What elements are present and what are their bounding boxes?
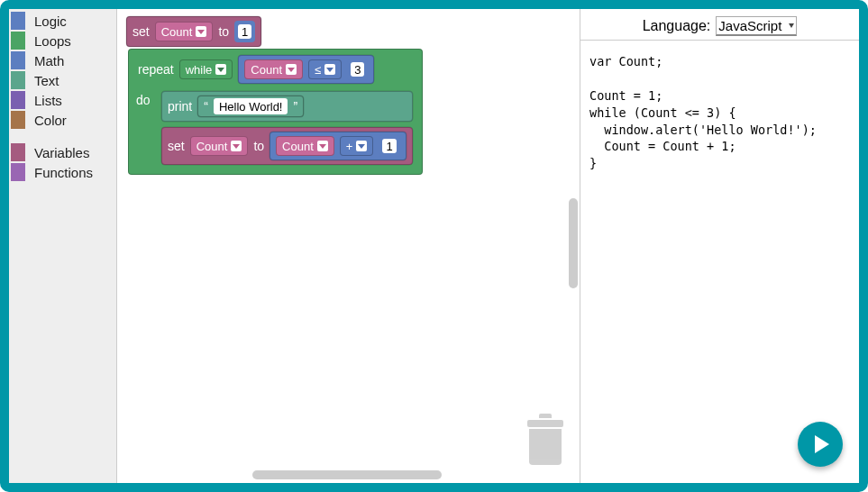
category-label: Math (34, 53, 64, 68)
category-functions[interactable]: Functions (9, 162, 116, 182)
app-frame: Logic Loops Math Text Lists Color Variab… (0, 0, 868, 492)
category-label: Functions (34, 165, 93, 180)
category-stripe (11, 71, 25, 89)
workspace[interactable]: set Count to 1 repeat while (117, 9, 580, 483)
set-label: set (132, 24, 150, 39)
chevron-down-icon (231, 141, 242, 151)
vertical-scrollbar[interactable] (569, 198, 578, 288)
block-set-variable[interactable]: set Count to 1 (126, 16, 261, 47)
category-label: Text (34, 73, 59, 88)
category-logic[interactable]: Logic (9, 11, 116, 31)
quote-right-icon: ” (293, 99, 297, 114)
block-string[interactable]: “ Hello World! ” (197, 96, 304, 117)
category-lists[interactable]: Lists (9, 90, 116, 110)
category-label: Loops (34, 33, 71, 49)
toolbox: Logic Loops Math Text Lists Color Variab… (9, 9, 117, 483)
number-value: 3 (351, 62, 364, 77)
variable-name: Count (251, 63, 282, 77)
category-label: Logic (34, 14, 67, 29)
variable-name: Count (282, 140, 314, 153)
language-selected: JavaScript (718, 18, 781, 33)
category-text[interactable]: Text (9, 70, 116, 90)
category-label: Color (34, 113, 67, 128)
variable-name: Count (161, 25, 193, 39)
number-value: 1 (238, 24, 251, 39)
mode-dropdown[interactable]: while (179, 59, 233, 79)
category-variables[interactable]: Variables (9, 142, 116, 162)
number-input[interactable]: 1 (379, 135, 399, 157)
chevron-down-icon (196, 26, 206, 37)
category-math[interactable]: Math (9, 50, 116, 70)
print-label: print (168, 99, 192, 114)
variable-dropdown[interactable]: Count (276, 136, 334, 156)
block-repeat-while[interactable]: repeat while Count ≤ (128, 49, 423, 175)
block-compare[interactable]: Count ≤ 3 (238, 55, 374, 84)
operator-dropdown[interactable]: ≤ (308, 59, 342, 79)
chevron-down-icon (324, 64, 335, 75)
category-stripe (11, 91, 25, 109)
run-button[interactable] (798, 422, 843, 467)
mode-value: while (186, 63, 213, 77)
to-label: to (218, 24, 229, 39)
trash-icon[interactable] (527, 414, 563, 463)
do-label: do (136, 93, 151, 107)
number-value: 1 (382, 139, 396, 153)
chevron-down-icon (317, 141, 328, 151)
variable-dropdown[interactable]: Count (190, 136, 249, 156)
category-stripe (11, 32, 25, 50)
operator-value: ≤ (315, 63, 321, 77)
number-input[interactable]: 1 (234, 21, 255, 42)
variable-name: Count (196, 140, 228, 153)
variable-dropdown[interactable]: Count (244, 59, 303, 79)
horizontal-scrollbar[interactable] (252, 470, 442, 479)
category-label: Variables (34, 145, 89, 160)
block-print[interactable]: print “ Hello World! ” (161, 91, 413, 122)
set-label: set (168, 139, 185, 153)
category-color[interactable]: Color (9, 110, 116, 130)
chevron-down-icon (215, 64, 226, 75)
category-stripe (11, 163, 25, 181)
to-label: to (253, 139, 264, 153)
operator-value: + (346, 140, 353, 153)
category-label: Lists (34, 93, 62, 108)
quote-left-icon: “ (204, 99, 208, 114)
block-arithmetic[interactable]: Count + 1 (270, 132, 407, 160)
block-stack: set Count to 1 repeat while (126, 16, 423, 175)
code-panel: Language: JavaScript var Count; Count = … (580, 9, 859, 483)
language-row: Language: JavaScript (580, 9, 859, 41)
repeat-label: repeat (138, 62, 174, 77)
category-stripe (11, 12, 25, 30)
number-input[interactable]: 3 (347, 59, 368, 80)
category-loops[interactable]: Loops (9, 31, 116, 50)
category-stripe (11, 111, 25, 129)
block-set-variable[interactable]: set Count to Count (161, 127, 413, 165)
language-select[interactable]: JavaScript (716, 16, 797, 36)
generated-code: var Count; Count = 1; while (Count <= 3)… (580, 41, 859, 185)
chevron-down-icon (286, 64, 297, 75)
string-value[interactable]: Hello World! (214, 98, 288, 114)
category-stripe (11, 143, 25, 161)
language-label: Language: (643, 18, 711, 34)
operator-dropdown[interactable]: + (340, 136, 374, 156)
category-stripe (11, 51, 25, 69)
chevron-down-icon (356, 141, 367, 151)
variable-dropdown[interactable]: Count (155, 22, 214, 41)
